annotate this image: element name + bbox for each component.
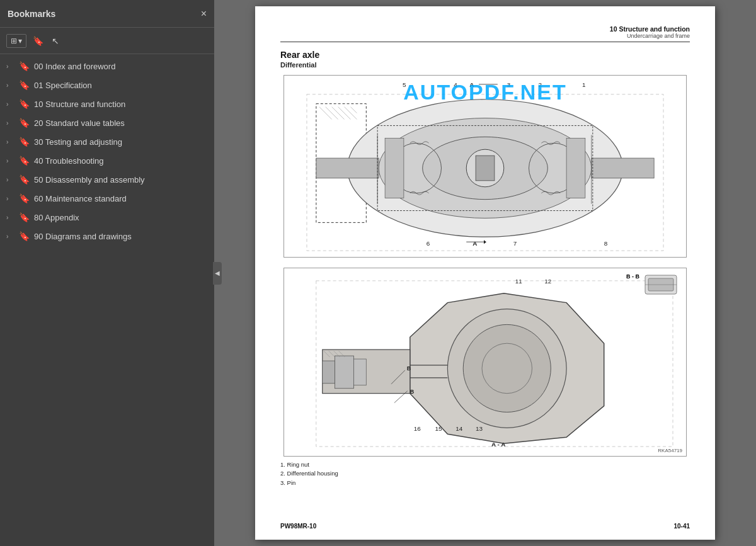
svg-text:3: 3 xyxy=(507,81,511,88)
chevron-icon: › xyxy=(6,120,15,127)
svg-text:6: 6 xyxy=(427,240,430,247)
bookmark-icon: 🔖 xyxy=(19,156,30,166)
svg-text:16: 16 xyxy=(414,425,421,432)
chevron-icon: › xyxy=(6,139,15,145)
grid-view-button[interactable]: ⊞ ▾ xyxy=(6,34,26,48)
svg-text:7: 7 xyxy=(513,240,517,247)
sidebar-item-label: 10 Structure and function xyxy=(34,100,125,109)
svg-text:4: 4 xyxy=(454,81,457,88)
svg-rect-12 xyxy=(316,158,379,178)
svg-point-46 xyxy=(463,324,551,412)
chevron-icon: › xyxy=(6,214,15,221)
svg-rect-13 xyxy=(592,158,654,178)
collapse-handle[interactable]: ◀ xyxy=(213,262,222,285)
top-diagram-svg: 5 4 A 3 2 1 xyxy=(284,76,686,257)
bottom-diagram: B - B 11 12 xyxy=(284,268,687,457)
svg-text:14: 14 xyxy=(455,425,463,432)
chevron-icon: › xyxy=(6,157,15,164)
caption-item: 1. Ring nut xyxy=(280,460,684,469)
svg-text:8: 8 xyxy=(604,240,608,247)
page-viewer: 10 Structure and function Undercarriage … xyxy=(214,0,756,546)
close-button[interactable]: × xyxy=(201,9,207,19)
svg-text:5: 5 xyxy=(403,81,406,88)
page-container: 10 Structure and function Undercarriage … xyxy=(255,6,715,540)
chevron-icon: › xyxy=(6,101,15,108)
sidebar-item-90[interactable]: › 🔖 90 Diagrams and drawings xyxy=(0,227,214,246)
dropdown-arrow: ▾ xyxy=(18,37,22,45)
main-content: 10 Structure and function Undercarriage … xyxy=(214,0,756,546)
sidebar-item-10[interactable]: › 🔖 10 Structure and function xyxy=(0,94,214,113)
diagram-area: 5 4 A 3 2 1 xyxy=(280,75,690,457)
page-footer: PW98MR-10 10-41 xyxy=(280,523,690,530)
svg-rect-50 xyxy=(335,356,354,389)
svg-text:13: 13 xyxy=(476,425,483,432)
chevron-icon: › xyxy=(6,63,15,70)
caption-item: 2. Differential housing xyxy=(280,469,684,478)
bookmark-icon: 🔖 xyxy=(19,80,30,90)
svg-text:11: 11 xyxy=(515,278,523,285)
sidebar-item-01[interactable]: › 🔖 01 Specification xyxy=(0,76,214,94)
svg-text:B: B xyxy=(410,389,415,395)
bookmark-icon: 🔖 xyxy=(19,231,30,241)
svg-text:12: 12 xyxy=(544,278,552,285)
sidebar-item-50[interactable]: › 🔖 50 Disassembly and assembly xyxy=(0,170,214,189)
section-title: Rear axle xyxy=(280,50,690,60)
bookmark-icon: 🔖 xyxy=(19,212,30,222)
sidebar: Bookmarks × ⊞ ▾ 🔖 ↖ › 🔖 00 Index and for… xyxy=(0,0,214,546)
chevron-icon: › xyxy=(6,233,15,240)
sidebar-item-label: 50 Disassembly and assembly xyxy=(34,175,145,185)
svg-text:2: 2 xyxy=(538,81,542,88)
sidebar-item-label: 01 Specification xyxy=(34,81,92,90)
svg-text:A: A xyxy=(469,81,474,88)
chevron-icon: › xyxy=(6,195,15,202)
sidebar-item-60[interactable]: › 🔖 60 Maintenance standard xyxy=(0,189,214,208)
bookmark-icon: 🔖 xyxy=(19,99,30,109)
caption-area: 1. Ring nut2. Differential housing3. Pin xyxy=(280,460,684,487)
svg-rect-28 xyxy=(476,156,495,181)
bookmark-icon: 🔖 xyxy=(19,193,30,203)
sidebar-toolbar: ⊞ ▾ 🔖 ↖ xyxy=(0,28,214,54)
svg-rect-49 xyxy=(323,361,335,384)
sidebar-item-20[interactable]: › 🔖 20 Standard value tables xyxy=(0,113,214,132)
caption-item: 3. Pin xyxy=(280,479,684,487)
footer-right: 10-41 xyxy=(673,523,690,530)
svg-rect-27 xyxy=(566,138,585,198)
svg-text:B: B xyxy=(407,365,411,372)
corner-illustration xyxy=(642,272,680,297)
svg-rect-51 xyxy=(353,359,366,385)
sidebar-item-80[interactable]: › 🔖 80 Appendix xyxy=(0,208,214,227)
sidebar-item-label: 20 Standard value tables xyxy=(34,118,125,128)
chevron-icon: › xyxy=(6,82,15,89)
sidebar-item-label: 00 Index and foreword xyxy=(34,62,115,71)
bottom-diagram-svg: 11 12 9 10 xyxy=(284,268,686,456)
page-header-title: 10 Structure and function xyxy=(280,25,690,33)
sidebar-item-label: 60 Maintenance standard xyxy=(34,194,127,203)
rka-label: RKA54719 xyxy=(658,448,682,453)
cursor-icon: ↖ xyxy=(52,36,59,46)
sidebar-item-label: 80 Appendix xyxy=(34,213,79,222)
chevron-icon: › xyxy=(6,176,15,183)
section-subtitle: Differential xyxy=(280,61,690,69)
sidebar-item-40[interactable]: › 🔖 40 Troubleshooting xyxy=(0,151,214,170)
svg-text:A - A: A - A xyxy=(491,441,505,448)
page-header: 10 Structure and function Undercarriage … xyxy=(280,25,690,42)
sidebar-item-label: 40 Troubleshooting xyxy=(34,156,104,166)
svg-rect-26 xyxy=(385,138,404,198)
sidebar-header: Bookmarks × xyxy=(0,0,214,28)
bookmark-icon: 🔖 xyxy=(19,118,30,128)
sidebar-item-00[interactable]: › 🔖 00 Index and foreword xyxy=(0,57,214,76)
sidebar-title: Bookmarks xyxy=(8,9,55,19)
svg-text:A: A xyxy=(472,240,477,247)
bookmark-icon: 🔖 xyxy=(19,61,30,71)
svg-text:1: 1 xyxy=(582,81,586,88)
bookmark-icon[interactable]: 🔖 xyxy=(32,35,44,47)
footer-left: PW98MR-10 xyxy=(280,523,316,530)
grid-icon: ⊞ xyxy=(11,37,17,45)
svg-text:15: 15 xyxy=(435,425,443,432)
top-diagram: 5 4 A 3 2 1 xyxy=(284,75,687,258)
bookmark-icon: 🔖 xyxy=(19,174,30,185)
bookmark-list: › 🔖 00 Index and foreword › 🔖 01 Specifi… xyxy=(0,54,214,546)
sidebar-item-label: 90 Diagrams and drawings xyxy=(34,232,132,241)
sidebar-item-30[interactable]: › 🔖 30 Testing and adjusting xyxy=(0,132,214,151)
bb-label: B - B xyxy=(626,273,639,280)
